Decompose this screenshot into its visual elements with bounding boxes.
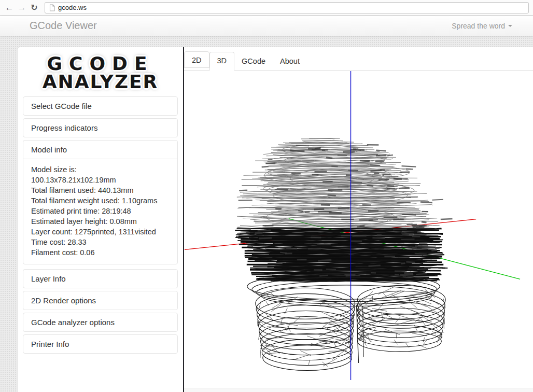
tab-gcode[interactable]: GCode bbox=[234, 52, 273, 70]
viewer-footer-strip bbox=[184, 388, 533, 392]
model-info-header[interactable]: Model info bbox=[23, 141, 177, 159]
tab-3d[interactable]: 3D bbox=[209, 52, 235, 71]
model-info-line: Filament cost: 0.06 bbox=[31, 247, 170, 258]
sidebar-item-select-gcode-file[interactable]: Select GCode file bbox=[23, 96, 178, 116]
accordion-header[interactable]: Progress indicators bbox=[23, 119, 177, 137]
model-info-line: Total filament weight used: 1.10grams bbox=[31, 195, 170, 206]
sidebar-item-gcode-analyzer-options[interactable]: GCode analyzer options bbox=[23, 313, 178, 332]
accordion-header[interactable]: GCode analyzer options bbox=[23, 313, 177, 331]
model-info-body: Model size is: 100.13x78.21x102.19mm Tot… bbox=[23, 159, 177, 264]
accordion-header[interactable]: 2D Render options bbox=[23, 291, 177, 310]
sidebar-item-layer-info[interactable]: Layer Info bbox=[23, 269, 178, 288]
3d-model-canvas[interactable] bbox=[184, 71, 533, 392]
model-info-line: Time cost: 28.33 bbox=[31, 237, 170, 247]
sidebar: GCODE ANALYZER Select GCode file Progres… bbox=[18, 47, 183, 392]
model-info-line: Estimated layer height: 0.08mm bbox=[31, 216, 170, 227]
brand-link[interactable]: GCode Viewer bbox=[30, 20, 97, 32]
model-info-line: 100.13x78.21x102.19mm bbox=[31, 175, 170, 185]
sidebar-item-printer-info[interactable]: Printer Info bbox=[23, 334, 178, 354]
back-button[interactable]: ← bbox=[3, 1, 16, 15]
sidebar-item-progress-indicators[interactable]: Progress indicators bbox=[23, 118, 178, 137]
caret-down-icon bbox=[508, 25, 512, 27]
sidebar-item-2d-render-options[interactable]: 2D Render options bbox=[23, 291, 178, 310]
logo-line-1: GCODE bbox=[23, 54, 178, 73]
url-text: gcode.ws bbox=[58, 4, 87, 11]
reload-button[interactable]: ↻ bbox=[28, 1, 40, 15]
model-info-line: Model size is: bbox=[31, 164, 170, 175]
content-wrap: GCODE ANALYZER Select GCode file Progres… bbox=[0, 36, 533, 392]
model-info-line: Layer count: 1275printed, 1311visited bbox=[31, 227, 170, 237]
tab-2d[interactable]: 2D bbox=[184, 51, 209, 68]
page: ← → ↻ gcode.ws GCode Viewer Spread the w… bbox=[0, 0, 533, 392]
page-icon bbox=[49, 4, 55, 11]
url-bar[interactable]: gcode.ws bbox=[45, 2, 529, 13]
model-info-line: Estimated print time: 28:19:48 bbox=[31, 206, 170, 216]
tab-about[interactable]: About bbox=[273, 52, 307, 70]
gcode-analyzer-logo: GCODE ANALYZER bbox=[23, 53, 178, 96]
accordion-header[interactable]: Layer Info bbox=[23, 270, 177, 288]
model-wireframe bbox=[235, 138, 452, 371]
main-panel: 2D 3D GCode About bbox=[184, 47, 533, 392]
spread-the-word-label: Spread the word bbox=[452, 22, 505, 30]
tab-bar: 2D 3D GCode About bbox=[184, 47, 533, 71]
forward-button[interactable]: → bbox=[16, 1, 28, 15]
model-info-line: Total filament used: 440.13mm bbox=[31, 185, 170, 195]
sidebar-item-model-info: Model info Model size is: 100.13x78.21x1… bbox=[23, 140, 178, 264]
viewer-3d bbox=[184, 71, 533, 392]
app-navbar: GCode Viewer Spread the word bbox=[0, 16, 533, 36]
browser-toolbar: ← → ↻ gcode.ws bbox=[0, 0, 533, 16]
spread-the-word-dropdown[interactable]: Spread the word bbox=[452, 22, 512, 30]
logo-line-2: ANALYZER bbox=[23, 73, 178, 91]
accordion-header[interactable]: Printer Info bbox=[23, 335, 177, 353]
container-card: GCODE ANALYZER Select GCode file Progres… bbox=[17, 47, 533, 392]
accordion-header[interactable]: Select GCode file bbox=[23, 97, 177, 115]
